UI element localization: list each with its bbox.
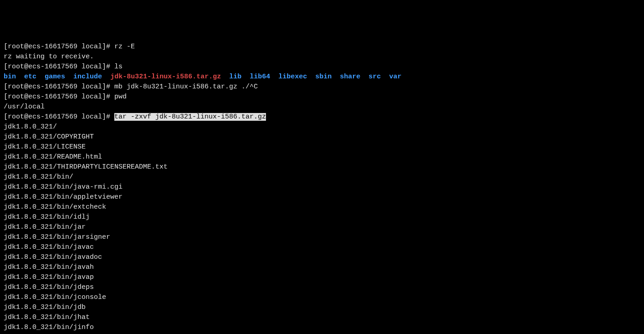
prompt-line-1: [root@ecs-16617569 local]# rz -E bbox=[4, 42, 640, 52]
file-jdk-tarball: jdk-8u321-linux-i586.tar.gz bbox=[110, 73, 221, 81]
dir-var: var bbox=[389, 73, 401, 81]
dir-etc: etc bbox=[24, 73, 36, 81]
output-line: rz waiting to receive. bbox=[4, 52, 640, 62]
ls-output-line: bin etc games include jdk-8u321-linux-i5… bbox=[4, 72, 640, 82]
terminal-output[interactable]: [root@ecs-16617569 local]# rz -Erz waiti… bbox=[4, 42, 640, 334]
tar-output-line: jdk1.8.0_321/bin/javap bbox=[4, 272, 640, 283]
tar-output-line: jdk1.8.0_321/bin/jarsigner bbox=[4, 232, 640, 242]
prompt-line-5: [root@ecs-16617569 local]# tar -zxvf jdk… bbox=[4, 112, 640, 122]
tar-output-line: jdk1.8.0_321/bin/extcheck bbox=[4, 202, 640, 212]
tar-output-line: jdk1.8.0_321/bin/jdeps bbox=[4, 283, 640, 293]
dir-libexec: libexec bbox=[278, 73, 307, 81]
shell-prompt: [root@ecs-16617569 local]# bbox=[4, 113, 114, 121]
tar-output-line: jdk1.8.0_321/bin/appletviewer bbox=[4, 192, 640, 202]
tar-output-line: jdk1.8.0_321/COPYRIGHT bbox=[4, 132, 640, 142]
pwd-output: /usr/local bbox=[4, 102, 640, 112]
tar-output-line: jdk1.8.0_321/THIRDPARTYLICENSEREADME.txt bbox=[4, 162, 640, 172]
dir-games: games bbox=[45, 73, 65, 81]
shell-prompt: [root@ecs-16617569 local]# bbox=[4, 63, 114, 71]
shell-prompt: [root@ecs-16617569 local]# bbox=[4, 93, 114, 101]
command-text: pwd bbox=[114, 93, 127, 101]
tar-output-line: jdk1.8.0_321/bin/jar bbox=[4, 222, 640, 232]
dir-include: include bbox=[73, 73, 102, 81]
dir-share: share bbox=[340, 73, 360, 81]
prompt-line-4: [root@ecs-16617569 local]# pwd bbox=[4, 92, 640, 102]
command-text: ls bbox=[114, 63, 123, 71]
prompt-line-2: [root@ecs-16617569 local]# ls bbox=[4, 62, 640, 72]
tar-output-line: jdk1.8.0_321/ bbox=[4, 122, 640, 132]
dir-lib: lib bbox=[229, 73, 241, 81]
tar-output-line: jdk1.8.0_321/bin/ bbox=[4, 172, 640, 182]
tar-output-line: jdk1.8.0_321/LICENSE bbox=[4, 142, 640, 152]
tar-output-line: jdk1.8.0_321/bin/idlj bbox=[4, 212, 640, 222]
dir-lib64: lib64 bbox=[250, 73, 270, 81]
command-text: mb jdk-8u321-linux-i586.tar.gz ./^C bbox=[114, 83, 258, 91]
tar-output-line: jdk1.8.0_321/bin/javadoc bbox=[4, 252, 640, 262]
dir-sbin: sbin bbox=[315, 73, 332, 81]
command-text: rz -E bbox=[114, 43, 135, 51]
tar-output-line: jdk1.8.0_321/bin/java-rmi.cgi bbox=[4, 182, 640, 192]
tar-output-line: jdk1.8.0_321/bin/jconsole bbox=[4, 293, 640, 303]
dir-src: src bbox=[368, 73, 381, 81]
tar-output-line: jdk1.8.0_321/bin/jhat bbox=[4, 313, 640, 323]
tar-output-line: jdk1.8.0_321/bin/jinfo bbox=[4, 323, 640, 333]
prompt-line-3: [root@ecs-16617569 local]# mb jdk-8u321-… bbox=[4, 82, 640, 92]
tar-output-line: jdk1.8.0_321/bin/javah bbox=[4, 262, 640, 272]
shell-prompt: [root@ecs-16617569 local]# bbox=[4, 43, 114, 51]
highlighted-command: tar -zxvf jdk-8u321-linux-i586.tar.gz bbox=[114, 113, 266, 121]
tar-output-line: jdk1.8.0_321/README.html bbox=[4, 152, 640, 162]
dir-bin: bin bbox=[4, 73, 16, 81]
tar-output-line: jdk1.8.0_321/bin/jdb bbox=[4, 303, 640, 313]
shell-prompt: [root@ecs-16617569 local]# bbox=[4, 83, 114, 91]
tar-output-line: jdk1.8.0_321/bin/javac bbox=[4, 242, 640, 252]
